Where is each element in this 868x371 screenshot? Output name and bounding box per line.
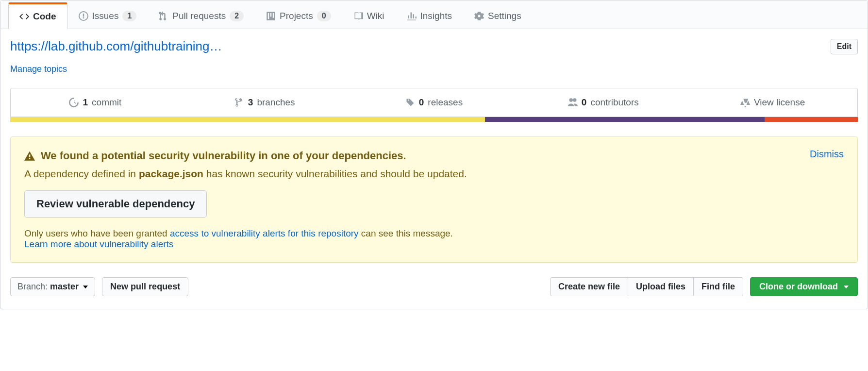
contributors-label: contributors bbox=[590, 97, 638, 108]
book-icon bbox=[353, 11, 363, 21]
alert-title: We found a potential security vulnerabil… bbox=[24, 150, 844, 162]
toolbar-left: Branch: master New pull request bbox=[10, 277, 188, 296]
language-bar[interactable] bbox=[10, 117, 858, 122]
law-icon bbox=[740, 98, 750, 107]
repo-tabs: Code Issues 1 Pull requests 2 Projects 0… bbox=[0, 0, 868, 29]
stat-contributors[interactable]: 0 contributors bbox=[518, 88, 688, 117]
code-icon bbox=[19, 12, 29, 21]
branch-select-button[interactable]: Branch: master bbox=[10, 277, 95, 296]
edit-button[interactable]: Edit bbox=[831, 39, 858, 54]
pulls-count: 2 bbox=[230, 11, 244, 21]
branch-label: Branch: bbox=[17, 282, 50, 291]
tab-label: Code bbox=[33, 11, 56, 22]
branch-name: master bbox=[50, 282, 79, 291]
tab-label: Pull requests bbox=[172, 11, 226, 21]
tag-icon bbox=[405, 98, 415, 107]
tab-label: Projects bbox=[280, 11, 313, 21]
review-dependency-button[interactable]: Review vulnerable dependency bbox=[24, 190, 207, 218]
new-pull-request-button[interactable]: New pull request bbox=[102, 277, 188, 296]
tab-label: Insights bbox=[420, 11, 452, 21]
releases-label: releases bbox=[428, 97, 463, 108]
commits-label: commit bbox=[92, 97, 121, 108]
releases-count: 0 bbox=[419, 97, 424, 108]
project-icon bbox=[266, 11, 276, 21]
projects-count: 0 bbox=[317, 11, 331, 21]
tab-pull-requests[interactable]: Pull requests 2 bbox=[148, 2, 255, 29]
alert-footer: Only users who have been granted access … bbox=[24, 228, 844, 250]
repo-url-link[interactable]: https://lab.github.com/githubtraining… bbox=[10, 39, 222, 54]
vulnerable-file: package.json bbox=[139, 168, 203, 179]
upload-files-button[interactable]: Upload files bbox=[628, 277, 694, 296]
stat-license[interactable]: View license bbox=[688, 88, 857, 117]
file-actions-group: Create new file Upload files Find file bbox=[550, 277, 743, 296]
stat-commits[interactable]: 1 commit bbox=[11, 88, 180, 117]
file-toolbar: Branch: master New pull request Create n… bbox=[10, 277, 858, 296]
git-branch-icon bbox=[234, 98, 244, 107]
tab-code[interactable]: Code bbox=[8, 2, 67, 29]
find-file-button[interactable]: Find file bbox=[693, 277, 743, 296]
manage-topics-link[interactable]: Manage topics bbox=[10, 64, 67, 74]
contributors-count: 0 bbox=[582, 97, 587, 108]
stats-bar: 1 commit 3 branches 0 releases 0 contrib… bbox=[10, 88, 858, 117]
lang-segment bbox=[765, 117, 858, 122]
history-icon bbox=[69, 98, 79, 107]
tab-settings[interactable]: Settings bbox=[463, 2, 533, 29]
graph-icon bbox=[407, 11, 417, 21]
alert-icon bbox=[24, 151, 35, 161]
dismiss-link[interactable]: Dismiss bbox=[810, 149, 844, 160]
branches-count: 3 bbox=[248, 97, 253, 108]
access-alerts-link[interactable]: access to vulnerability alerts for this … bbox=[170, 228, 359, 238]
alert-description: A dependency defined in package.json has… bbox=[24, 168, 844, 180]
tab-label: Issues bbox=[92, 11, 119, 21]
lang-segment bbox=[10, 117, 485, 122]
commits-count: 1 bbox=[83, 97, 88, 108]
issue-icon bbox=[79, 11, 88, 21]
git-pull-request-icon bbox=[159, 11, 168, 21]
tab-label: Settings bbox=[488, 11, 521, 21]
gear-icon bbox=[474, 11, 484, 21]
tab-insights[interactable]: Insights bbox=[396, 2, 463, 29]
issues-count: 1 bbox=[122, 11, 136, 21]
clone-download-button[interactable]: Clone or download bbox=[750, 277, 858, 296]
people-icon bbox=[568, 98, 578, 107]
tab-issues[interactable]: Issues 1 bbox=[67, 2, 148, 29]
lang-segment bbox=[485, 117, 765, 122]
license-label: View license bbox=[754, 97, 805, 108]
tab-wiki[interactable]: Wiki bbox=[342, 2, 396, 29]
tab-projects[interactable]: Projects 0 bbox=[255, 2, 342, 29]
stat-branches[interactable]: 3 branches bbox=[180, 88, 350, 117]
learn-more-link[interactable]: Learn more about vulnerability alerts bbox=[24, 239, 173, 249]
stat-releases[interactable]: 0 releases bbox=[350, 88, 519, 117]
security-alert: Dismiss We found a potential security vu… bbox=[10, 136, 858, 263]
alert-title-text: We found a potential security vulnerabil… bbox=[41, 150, 406, 162]
create-file-button[interactable]: Create new file bbox=[550, 277, 628, 296]
caret-down-icon bbox=[83, 286, 88, 288]
repo-content: https://lab.github.com/githubtraining… E… bbox=[0, 29, 868, 309]
tab-label: Wiki bbox=[367, 11, 384, 21]
clone-label: Clone or download bbox=[759, 282, 838, 292]
caret-down-icon bbox=[844, 286, 849, 288]
description-row: https://lab.github.com/githubtraining… E… bbox=[10, 39, 858, 54]
toolbar-right: Create new file Upload files Find file C… bbox=[550, 277, 858, 296]
branches-label: branches bbox=[257, 97, 295, 108]
